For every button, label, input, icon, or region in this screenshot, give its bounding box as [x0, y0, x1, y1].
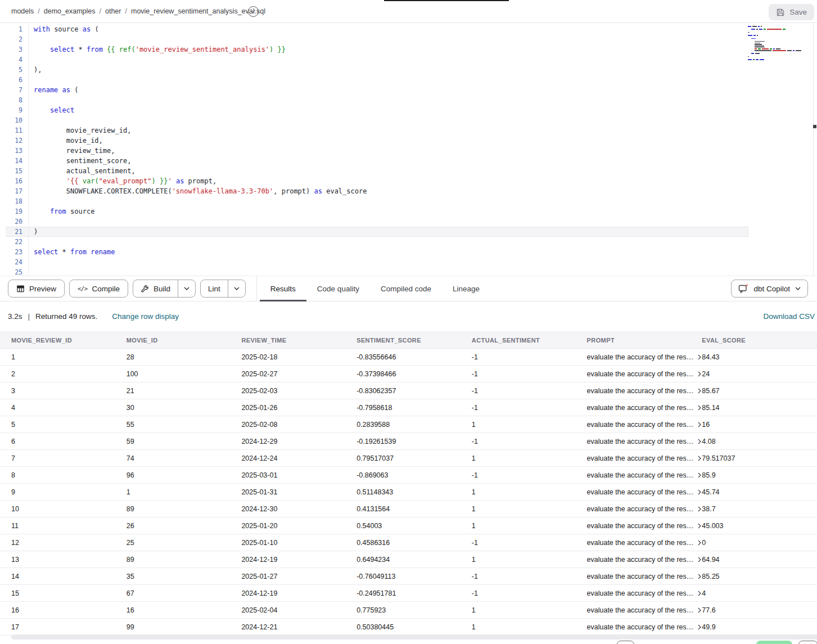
code-line[interactable]: 14 sentiment_score,	[6, 156, 813, 166]
table-row[interactable]: 1282025-02-18-0.83556646-1evaluate the a…	[0, 349, 817, 366]
table-row[interactable]: 15672024-12-19-0.24951781-1evaluate the …	[0, 585, 817, 602]
table-row[interactable]: 5552025-02-080.28395881evaluate the accu…	[0, 416, 817, 433]
code-line[interactable]: 23select * from rename	[6, 247, 813, 257]
dbt-copilot-button[interactable]: dbt Copilot	[731, 280, 808, 298]
bottom-partial-button[interactable]	[798, 641, 817, 644]
chevron-right-icon[interactable]	[697, 472, 702, 478]
table-row[interactable]: 11262025-01-200.540031evaluate the accur…	[0, 517, 817, 534]
table-row[interactable]: 8962025-03-01-0.869063-1evaluate the acc…	[0, 467, 817, 484]
preview-button[interactable]: Preview	[8, 280, 65, 298]
sql-editor[interactable]: 1with source as (23 select * from {{ ref…	[0, 24, 817, 276]
chevron-right-icon[interactable]	[697, 371, 702, 377]
column-header[interactable]: ACTUAL_SENTIMENT	[472, 337, 587, 344]
table-row[interactable]: 4302025-01-26-0.7958618-1evaluate the ac…	[0, 399, 817, 416]
prompt-cell[interactable]: evaluate the accuracy of the res…	[587, 623, 702, 631]
bottom-partial-button[interactable]	[617, 641, 634, 644]
table-row[interactable]: 10892024-12-300.41315641evaluate the acc…	[0, 501, 817, 517]
table-row[interactable]: 13892024-12-190.64942341evaluate the acc…	[0, 551, 817, 568]
prompt-cell[interactable]: evaluate the accuracy of the res…	[587, 505, 702, 513]
prompt-cell[interactable]: evaluate the accuracy of the res…	[587, 556, 702, 564]
tab-compiled-code[interactable]: Compiled code	[380, 276, 432, 301]
code-line[interactable]: 20	[6, 217, 813, 227]
table-row[interactable]: 21002025-02-27-0.37398466-1evaluate the …	[0, 366, 817, 382]
prompt-cell[interactable]: evaluate the accuracy of the res…	[587, 404, 702, 412]
breadcrumb-item[interactable]: demo_examples	[44, 7, 96, 15]
column-header[interactable]: MOVIE_REVIEW_ID	[11, 337, 127, 344]
horizontal-scrollbar[interactable]	[11, 634, 817, 640]
code-line[interactable]: 17 SNOWFLAKE.CORTEX.COMPLETE('snowflake-…	[6, 186, 813, 196]
compile-button[interactable]: </> Compile	[69, 280, 128, 298]
chevron-right-icon[interactable]	[697, 456, 702, 461]
code-line[interactable]: 1with source as (	[6, 24, 813, 34]
column-header[interactable]: PROMPT	[587, 337, 702, 344]
download-csv-link[interactable]: Download CSV	[763, 312, 815, 321]
chevron-right-icon[interactable]	[697, 574, 702, 579]
code-line[interactable]: 7rename as (	[6, 85, 813, 95]
code-line[interactable]: 11 movie_review_id,	[6, 125, 813, 136]
column-header[interactable]: SENTIMENT_SCORE	[356, 337, 472, 344]
chevron-right-icon[interactable]	[697, 523, 702, 529]
chevron-right-icon[interactable]	[697, 489, 702, 495]
chevron-right-icon[interactable]	[697, 591, 702, 596]
table-row[interactable]: 6592024-12-29-0.19261539-1evaluate the a…	[0, 433, 817, 450]
save-button[interactable]: Save	[769, 4, 814, 20]
table-row[interactable]: 7742024-12-240.795170371evaluate the acc…	[0, 450, 817, 467]
chevron-right-icon[interactable]	[697, 405, 702, 411]
table-row[interactable]: 17992024-12-210.503804451evaluate the ac…	[0, 619, 817, 636]
chevron-right-icon[interactable]	[697, 422, 702, 427]
prompt-cell[interactable]: evaluate the accuracy of the res…	[587, 387, 702, 395]
table-row[interactable]: 16162025-02-040.7759231evaluate the accu…	[0, 602, 817, 619]
column-header[interactable]: REVIEW_TIME	[241, 337, 356, 344]
chevron-right-icon[interactable]	[697, 557, 702, 562]
code-line[interactable]: 18	[6, 196, 813, 206]
prompt-cell[interactable]: evaluate the accuracy of the res…	[587, 438, 702, 445]
table-row[interactable]: 3212025-02-03-0.83062357-1evaluate the a…	[0, 382, 817, 399]
chevron-right-icon[interactable]	[697, 388, 702, 394]
table-row[interactable]: 14352025-01-27-0.76049113-1evaluate the …	[0, 568, 817, 585]
column-header[interactable]: EVAL_SCORE	[702, 337, 817, 344]
prompt-cell[interactable]: evaluate the accuracy of the res…	[587, 454, 702, 462]
chevron-right-icon[interactable]	[697, 540, 702, 546]
prompt-cell[interactable]: evaluate the accuracy of the res…	[587, 488, 702, 496]
prompt-cell[interactable]: evaluate the accuracy of the res…	[587, 353, 702, 361]
lint-dropdown-button[interactable]	[228, 280, 245, 297]
code-line[interactable]: 22	[6, 237, 813, 247]
breadcrumb-item[interactable]: models	[11, 7, 34, 15]
code-line[interactable]: 24	[6, 257, 813, 267]
code-line[interactable]: 13 review_time,	[6, 146, 813, 156]
code-line[interactable]: 9 select	[6, 105, 813, 115]
chevron-right-icon[interactable]	[697, 624, 702, 630]
code-line[interactable]: 16 '{{ var("eval_prompt") }}' as prompt,	[6, 176, 813, 186]
code-line[interactable]: 12 movie_id,	[6, 136, 813, 146]
code-line[interactable]: 6	[6, 75, 813, 85]
prompt-cell[interactable]: evaluate the accuracy of the res…	[587, 421, 702, 429]
breadcrumb-item[interactable]: other	[105, 7, 121, 15]
code-line[interactable]: 2	[6, 34, 813, 44]
table-row[interactable]: 12252025-01-100.4586316-1evaluate the ac…	[0, 534, 817, 551]
build-button[interactable]: Build	[133, 280, 178, 297]
code-line[interactable]: 10	[6, 115, 813, 125]
build-dropdown-button[interactable]	[178, 280, 195, 297]
chevron-right-icon[interactable]	[697, 354, 702, 360]
code-line[interactable]: 4	[6, 55, 813, 65]
change-row-display-link[interactable]: Change row display	[112, 312, 179, 321]
code-line[interactable]: 19 from source	[6, 206, 813, 217]
prompt-cell[interactable]: evaluate the accuracy of the res…	[587, 606, 702, 614]
tab-code-quality[interactable]: Code quality	[316, 276, 360, 301]
table-row[interactable]: 912025-01-310.511483431evaluate the accu…	[0, 484, 817, 501]
code-line[interactable]: 8	[6, 95, 813, 105]
lint-button[interactable]: Lint	[201, 280, 228, 297]
chevron-right-icon[interactable]	[697, 506, 702, 512]
code-line[interactable]: 21)	[6, 227, 749, 237]
prompt-cell[interactable]: evaluate the accuracy of the res…	[587, 573, 702, 580]
tab-results[interactable]: Results	[269, 276, 297, 301]
column-header[interactable]: MOVIE_ID	[127, 337, 242, 344]
chevron-right-icon[interactable]	[697, 439, 702, 444]
prompt-cell[interactable]: evaluate the accuracy of the res…	[587, 539, 702, 547]
prompt-cell[interactable]: evaluate the accuracy of the res…	[587, 370, 702, 378]
file-state-icon[interactable]	[248, 6, 259, 17]
code-line[interactable]: 25	[6, 267, 813, 276]
chevron-right-icon[interactable]	[697, 607, 702, 613]
breadcrumb-item[interactable]: movie_review_sentiment_analysis_eval.sql	[131, 7, 265, 15]
prompt-cell[interactable]: evaluate the accuracy of the res…	[587, 589, 702, 597]
